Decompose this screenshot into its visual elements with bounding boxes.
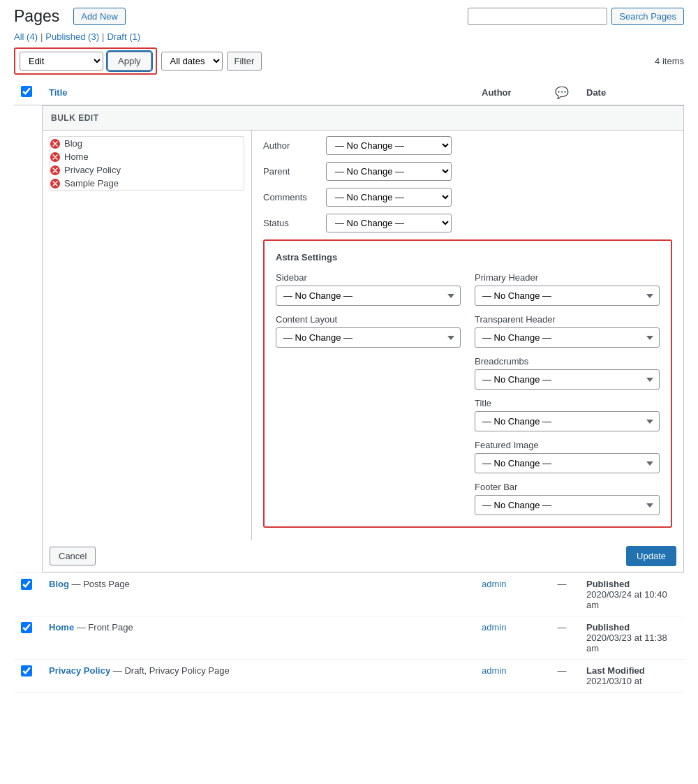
row-checkbox[interactable] bbox=[21, 622, 32, 633]
author-field-select[interactable]: — No Change — bbox=[326, 136, 452, 155]
items-count: 4 items bbox=[655, 56, 684, 66]
bulk-edit-fields: Author — No Change — Parent — No Change … bbox=[252, 131, 683, 540]
row-checkbox[interactable] bbox=[21, 665, 32, 676]
primary-header-field-select[interactable]: — No Change — bbox=[475, 286, 660, 306]
breadcrumbs-field-label: Breadcrumbs bbox=[475, 356, 660, 367]
footer-bar-field: Footer Bar — No Change — bbox=[475, 482, 660, 515]
parent-field-select[interactable]: — No Change — bbox=[326, 162, 452, 181]
bulk-edit-pages-list: Blog Home Privacy Policy Sample Page bbox=[43, 131, 252, 540]
author-field-label: Author bbox=[263, 140, 319, 151]
comments-field-label: Comments bbox=[263, 192, 319, 202]
page-list-item: Home bbox=[50, 150, 244, 163]
bulk-edit-panel: BULK EDIT Blog Home Priv bbox=[42, 105, 684, 572]
content-layout-field-select[interactable]: — No Change — bbox=[276, 327, 461, 348]
page-title-link[interactable]: Blog bbox=[49, 579, 69, 589]
date-column-header: Date bbox=[579, 80, 684, 105]
primary-header-field-label: Primary Header bbox=[475, 272, 660, 283]
remove-page-button[interactable] bbox=[50, 139, 60, 149]
bulk-edit-actions: Cancel Update bbox=[43, 540, 683, 572]
sidebar-field-select[interactable]: — No Change — bbox=[276, 286, 461, 306]
primary-header-field: Primary Header — No Change — bbox=[475, 272, 660, 306]
tablenav: Edit Delete Apply All dates Filter 4 ite… bbox=[14, 47, 684, 75]
update-button[interactable]: Update bbox=[626, 546, 676, 566]
transparent-header-field-select[interactable]: — No Change — bbox=[475, 327, 660, 348]
bulk-action-select[interactable]: Edit Delete bbox=[20, 52, 103, 71]
bulk-action-area: Edit Delete Apply bbox=[14, 47, 157, 75]
apply-button[interactable]: Apply bbox=[107, 52, 151, 71]
content-layout-field-label: Content Layout bbox=[276, 314, 461, 325]
comments-bubble-icon: 💬 bbox=[555, 87, 569, 98]
row-checkbox[interactable] bbox=[21, 579, 32, 590]
add-new-button[interactable]: Add New bbox=[73, 8, 126, 25]
page-list-label: Privacy Policy bbox=[64, 165, 121, 175]
filter-all-link[interactable]: All (4) bbox=[14, 31, 38, 42]
transparent-header-field: Transparent Header — No Change — bbox=[475, 314, 660, 348]
table-row: Privacy Policy — Draft, Privacy Policy P… bbox=[14, 660, 684, 693]
sidebar-field-label: Sidebar bbox=[276, 272, 461, 283]
title-field: Title — No Change — bbox=[475, 398, 660, 431]
footer-bar-field-select[interactable]: — No Change — bbox=[475, 495, 660, 515]
page-list-label: Home bbox=[64, 151, 89, 162]
comments-field-select[interactable]: — No Change — bbox=[326, 188, 452, 207]
remove-page-button[interactable] bbox=[50, 179, 60, 188]
search-input[interactable] bbox=[468, 8, 607, 25]
transparent-header-field-label: Transparent Header bbox=[475, 314, 660, 325]
cancel-button[interactable]: Cancel bbox=[50, 547, 96, 565]
page-title: Pages bbox=[14, 7, 59, 26]
filter-links: All (4) | Published (3) | Draft (1) bbox=[14, 31, 684, 42]
page-list-item: Blog bbox=[50, 137, 244, 150]
comments-column-header: 💬 bbox=[544, 80, 579, 105]
page-title-suffix: — Draft, Privacy Policy Page bbox=[113, 665, 230, 676]
title-column-header[interactable]: Title bbox=[49, 87, 68, 98]
author-field-row: Author — No Change — bbox=[263, 136, 672, 155]
page-list-item: Privacy Policy bbox=[50, 163, 244, 177]
parent-field-row: Parent — No Change — bbox=[263, 162, 672, 181]
table-row: Blog — Posts Page admin — Published2020/… bbox=[14, 573, 684, 616]
date-value: Last Modified2021/03/10 at bbox=[579, 660, 684, 693]
select-all-checkbox[interactable] bbox=[21, 86, 32, 97]
remove-page-button[interactable] bbox=[50, 165, 60, 175]
page-title-suffix: — Front Page bbox=[77, 622, 133, 633]
table-row: Home — Front Page admin — Published2020/… bbox=[14, 616, 684, 660]
date-value: Published2020/03/24 at 10:40 am bbox=[579, 573, 684, 616]
title-field-label: Title bbox=[475, 398, 660, 408]
content-layout-field: Content Layout — No Change — bbox=[276, 314, 461, 348]
status-field-select[interactable]: — No Change — bbox=[326, 214, 452, 232]
filter-draft-link[interactable]: Draft (1) bbox=[107, 31, 140, 42]
page-title-link[interactable]: Home bbox=[49, 622, 74, 633]
date-value: Published2020/03/23 at 11:38 am bbox=[579, 616, 684, 660]
comments-value: — bbox=[558, 665, 567, 676]
page-list-label: Blog bbox=[64, 138, 82, 149]
astra-settings-section: Astra Settings Sidebar — No Change — bbox=[263, 239, 672, 528]
title-field-select[interactable]: — No Change — bbox=[475, 411, 660, 431]
bulk-edit-title: BULK EDIT bbox=[43, 106, 683, 131]
status-field-row: Status — No Change — bbox=[263, 214, 672, 232]
filter-published-link[interactable]: Published (3) bbox=[45, 31, 99, 42]
footer-bar-field-label: Footer Bar bbox=[475, 482, 660, 492]
comments-value: — bbox=[558, 622, 567, 633]
remove-page-button[interactable] bbox=[50, 152, 60, 162]
comments-value: — bbox=[558, 579, 567, 589]
pages-table: Title Author 💬 Date BULK EDIT bbox=[14, 80, 684, 693]
page-title-suffix: — Posts Page bbox=[72, 579, 130, 589]
page-list-label: Sample Page bbox=[64, 178, 119, 188]
featured-image-field-label: Featured Image bbox=[475, 440, 660, 450]
astra-settings-title: Astra Settings bbox=[276, 252, 660, 262]
page-list-item: Sample Page bbox=[50, 177, 244, 190]
dates-filter-select[interactable]: All dates bbox=[161, 52, 223, 71]
comments-field-row: Comments — No Change — bbox=[263, 188, 672, 207]
breadcrumbs-field: Breadcrumbs — No Change — bbox=[475, 356, 660, 390]
breadcrumbs-field-select[interactable]: — No Change — bbox=[475, 369, 660, 390]
author-link[interactable]: admin bbox=[482, 622, 506, 633]
sidebar-field: Sidebar — No Change — bbox=[276, 272, 461, 306]
bulk-edit-row: BULK EDIT Blog Home Priv bbox=[14, 105, 684, 573]
status-field-label: Status bbox=[263, 218, 319, 228]
parent-field-label: Parent bbox=[263, 166, 319, 177]
featured-image-field-select[interactable]: — No Change — bbox=[475, 453, 660, 473]
search-pages-button[interactable]: Search Pages bbox=[611, 8, 684, 25]
author-link[interactable]: admin bbox=[482, 665, 506, 676]
author-column-header: Author bbox=[475, 80, 544, 105]
filter-button[interactable]: Filter bbox=[227, 52, 262, 71]
page-title-link[interactable]: Privacy Policy bbox=[49, 665, 110, 676]
author-link[interactable]: admin bbox=[482, 579, 506, 589]
